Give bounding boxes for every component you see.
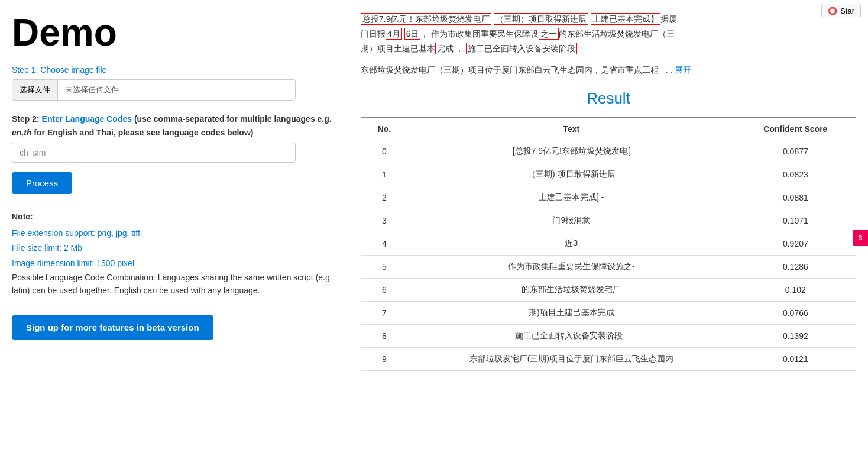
main-container: Demo Step 1: Choose image file 选择文件 未选择任… — [0, 0, 868, 475]
right-panel: 总投7.9亿元！东部垃圾焚烧发电厂 （三期）项目取得新进展 土建已基本完成】据厦… — [361, 12, 856, 463]
cell-no: 5 — [361, 255, 408, 278]
process-button[interactable]: Process — [12, 172, 72, 194]
result-title: Result — [361, 89, 856, 108]
table-row: 6 的东部生活垃圾焚烧发宅厂 0.102 — [361, 278, 856, 301]
note-section: Note: File extension support: png, jpg, … — [12, 212, 343, 297]
cell-no: 8 — [361, 324, 408, 347]
cell-score: 0.0121 — [735, 347, 856, 370]
cell-no: 3 — [361, 209, 408, 232]
step1-number: Step 1: — [12, 65, 38, 75]
cell-score: 0.0823 — [735, 163, 856, 186]
github-icon: ⭕ — [828, 7, 837, 15]
highlight-3: 4月 — [386, 28, 402, 40]
col-header-no: No. — [361, 118, 408, 140]
table-row: 1 （三期) 项目敢得新进展 0.0823 — [361, 163, 856, 186]
step2-desc-rest: (use comma-separated for multiple langua… — [134, 114, 332, 124]
cell-score: 0.1392 — [735, 324, 856, 347]
note-line-1: File size limit: 2 Mb — [12, 241, 343, 256]
step2-number: Step 2: — [12, 114, 40, 124]
step1-desc: Choose image file — [40, 65, 106, 75]
col-header-score: Confident Score — [735, 118, 856, 140]
cell-text: 作为市政集硅重要民生保障设施之- — [408, 255, 735, 278]
cell-score: 0.102 — [735, 278, 856, 301]
table-row: 0 [总投7.9亿元!东部垃圾焚烧发电[ 0.0877 — [361, 140, 856, 163]
cell-no: 6 — [361, 278, 408, 301]
highlight-0: 总投7.9亿元！东部垃圾焚烧发电厂 — [361, 13, 491, 25]
step2-label: Step 2: Enter Language Codes (use comma-… — [12, 112, 343, 139]
cell-text: 施工已全面转入设备安装阶段_ — [408, 324, 735, 347]
result-table: No. Text Confident Score 0 [总投7.9亿元!东部垃圾… — [361, 117, 856, 371]
language-input[interactable] — [12, 143, 296, 163]
cell-text: 门9报消意 — [408, 209, 735, 232]
file-name-display: 未选择任何文件 — [58, 80, 126, 100]
cell-text: 近3 — [408, 232, 735, 255]
choose-file-button[interactable]: 选择文件 — [12, 80, 58, 100]
star-label: Star — [840, 7, 854, 15]
cell-text: （三期) 项目敢得新进展 — [408, 163, 735, 186]
left-panel: Demo Step 1: Choose image file 选择文件 未选择任… — [12, 12, 343, 463]
table-row: 4 近3 0.9207 — [361, 232, 856, 255]
note-title: Note: — [12, 212, 343, 221]
cell-text: 期)项目土建己基本完成 — [408, 301, 735, 324]
cell-text: 东部垃圾发宅厂(三期)项目位于厦门东部巨云飞生态园内 — [408, 347, 735, 370]
cell-text: 土建己基本完成] - — [408, 186, 735, 209]
highlight-2: 土建已基本完成】 — [591, 13, 660, 25]
expand-link[interactable]: ... 展开 — [666, 65, 692, 75]
cell-no: 7 — [361, 301, 408, 324]
table-row: 3 门9报消意 0.1071 — [361, 209, 856, 232]
table-row: 9 东部垃圾发宅厂(三期)项目位于厦门东部巨云飞生态园内 0.0121 — [361, 347, 856, 370]
step2-desc-blue: Enter Language Codes — [42, 114, 132, 124]
cell-score: 0.0881 — [735, 186, 856, 209]
file-input-wrapper: 选择文件 未选择任何文件 — [12, 79, 296, 101]
top-bar: ⭕ Star — [814, 0, 868, 22]
step2-example: en,th — [12, 128, 31, 137]
summary-text-content: 东部垃圾焚烧发电厂（三期）项目位于厦门东部白云飞生态园内，是省市重点工程 — [361, 65, 659, 75]
note-line-3: Possible Language Code Combination: Lang… — [12, 271, 343, 298]
image-preview: 总投7.9亿元！东部垃圾焚烧发电厂 （三期）项目取得新进展 土建已基本完成】据厦… — [361, 12, 856, 77]
step2-desc-mid: for English and Thai, please see languag… — [31, 128, 253, 137]
note-line-0: File extension support: png, jpg, tiff. — [12, 226, 343, 241]
cell-no: 0 — [361, 140, 408, 163]
highlight-4: 6日 — [404, 28, 421, 40]
cell-no: 1 — [361, 163, 408, 186]
col-header-text: Text — [408, 118, 735, 140]
highlight-6: 完成 — [435, 43, 455, 54]
table-row: 2 土建己基本完成] - 0.0881 — [361, 186, 856, 209]
annotated-block-1: 总投7.9亿元！东部垃圾焚烧发电厂 （三期）项目取得新进展 土建已基本完成】据厦… — [361, 12, 856, 57]
cell-score: 0.0766 — [735, 301, 856, 324]
cell-score: 0.1286 — [735, 255, 856, 278]
cell-no: 4 — [361, 232, 408, 255]
summary-block: 东部垃圾焚烧发电厂（三期）项目位于厦门东部白云飞生态园内，是省市重点工程 ...… — [361, 63, 856, 77]
result-section: Result No. Text Confident Score 0 [总投7.9… — [361, 89, 856, 371]
signup-button[interactable]: Sign up for more features in beta versio… — [12, 315, 213, 340]
sider-label: S — [858, 234, 862, 241]
highlight-1: （三期）项目取得新进展 — [494, 13, 588, 25]
star-button[interactable]: ⭕ Star — [821, 4, 861, 18]
highlight-7: 施工已全面转入设备安装阶段 — [466, 43, 577, 54]
highlight-5: 之一 — [539, 28, 559, 40]
sider-icon[interactable]: S — [853, 230, 868, 246]
cell-text: [总投7.9亿元!东部垃圾焚烧发电[ — [408, 140, 735, 163]
page-title: Demo — [12, 12, 343, 53]
cell-no: 9 — [361, 347, 408, 370]
table-row: 7 期)项目土建己基本完成 0.0766 — [361, 301, 856, 324]
table-row: 5 作为市政集硅重要民生保障设施之- 0.1286 — [361, 255, 856, 278]
table-row: 8 施工已全面转入设备安装阶段_ 0.1392 — [361, 324, 856, 347]
cell-score: 0.1071 — [735, 209, 856, 232]
note-line-2: Image dimension limit: 1500 pixel — [12, 256, 343, 271]
cell-no: 2 — [361, 186, 408, 209]
cell-score: 0.0877 — [735, 140, 856, 163]
step1-label: Step 1: Choose image file — [12, 65, 343, 75]
cell-text: 的东部生活垃圾焚烧发宅厂 — [408, 278, 735, 301]
cell-score: 0.9207 — [735, 232, 856, 255]
